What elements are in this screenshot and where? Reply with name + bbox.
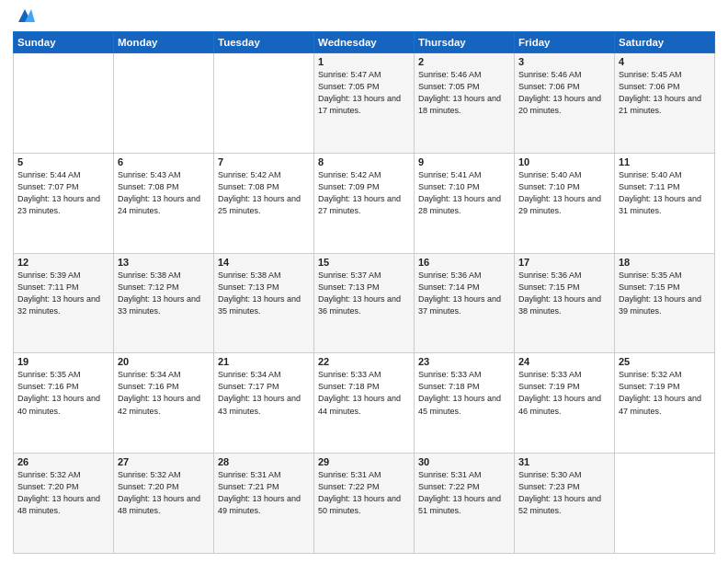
calendar-cell: 8Sunrise: 5:42 AMSunset: 7:09 PMDaylight… [314,153,415,253]
day-number: 14 [218,257,310,268]
day-info: Sunrise: 5:41 AMSunset: 7:10 PMDaylight:… [418,169,510,217]
day-number: 22 [318,356,410,367]
day-info: Sunrise: 5:31 AMSunset: 7:22 PMDaylight:… [318,469,410,517]
day-number: 4 [619,56,711,67]
calendar-cell: 15Sunrise: 5:37 AMSunset: 7:13 PMDayligh… [314,253,415,353]
calendar-cell: 9Sunrise: 5:41 AMSunset: 7:10 PMDaylight… [415,153,515,253]
day-info: Sunrise: 5:31 AMSunset: 7:21 PMDaylight:… [218,469,310,517]
day-number: 28 [218,456,310,467]
calendar-header-friday: Friday [515,32,615,53]
calendar-cell: 19Sunrise: 5:35 AMSunset: 7:16 PMDayligh… [14,353,114,454]
day-number: 13 [118,257,210,268]
calendar-header-sunday: Sunday [14,32,114,53]
day-number: 17 [518,257,610,268]
calendar-cell: 2Sunrise: 5:46 AMSunset: 7:05 PMDaylight… [415,53,515,154]
calendar-cell: 6Sunrise: 5:43 AMSunset: 7:08 PMDaylight… [114,153,214,253]
day-info: Sunrise: 5:38 AMSunset: 7:12 PMDaylight:… [118,270,210,317]
calendar-header-monday: Monday [114,32,214,53]
calendar-cell: 3Sunrise: 5:46 AMSunset: 7:06 PMDaylight… [515,53,615,154]
calendar-cell [214,53,314,154]
day-number: 12 [17,257,109,268]
day-info: Sunrise: 5:36 AMSunset: 7:14 PMDaylight:… [418,270,510,317]
calendar-cell: 27Sunrise: 5:32 AMSunset: 7:20 PMDayligh… [114,454,214,554]
day-number: 2 [418,56,510,67]
calendar-cell [14,53,114,154]
day-info: Sunrise: 5:33 AMSunset: 7:18 PMDaylight:… [318,369,410,417]
calendar-week-4: 26Sunrise: 5:32 AMSunset: 7:20 PMDayligh… [14,454,715,554]
day-info: Sunrise: 5:37 AMSunset: 7:13 PMDaylight:… [318,270,410,317]
calendar-cell: 12Sunrise: 5:39 AMSunset: 7:11 PMDayligh… [14,253,114,353]
day-number: 27 [118,456,210,467]
day-number: 18 [619,257,711,268]
calendar-cell: 31Sunrise: 5:30 AMSunset: 7:23 PMDayligh… [515,454,615,554]
day-info: Sunrise: 5:35 AMSunset: 7:16 PMDaylight:… [17,369,109,417]
calendar-cell: 29Sunrise: 5:31 AMSunset: 7:22 PMDayligh… [314,454,415,554]
day-number: 26 [17,456,109,467]
day-number: 25 [619,356,711,367]
day-number: 3 [518,56,610,67]
day-info: Sunrise: 5:42 AMSunset: 7:09 PMDaylight:… [318,169,410,217]
day-number: 30 [418,456,510,467]
calendar-cell: 17Sunrise: 5:36 AMSunset: 7:15 PMDayligh… [515,253,615,353]
day-number: 7 [218,156,310,167]
day-number: 24 [518,356,610,367]
day-number: 16 [418,257,510,268]
day-info: Sunrise: 5:42 AMSunset: 7:08 PMDaylight:… [218,169,310,217]
calendar-header-wednesday: Wednesday [314,32,415,53]
day-info: Sunrise: 5:31 AMSunset: 7:22 PMDaylight:… [418,469,510,517]
calendar-cell: 22Sunrise: 5:33 AMSunset: 7:18 PMDayligh… [314,353,415,454]
calendar-header-saturday: Saturday [615,32,715,53]
calendar-week-1: 5Sunrise: 5:44 AMSunset: 7:07 PMDaylight… [14,153,715,253]
calendar-cell: 10Sunrise: 5:40 AMSunset: 7:10 PMDayligh… [515,153,615,253]
calendar-cell: 11Sunrise: 5:40 AMSunset: 7:11 PMDayligh… [615,153,715,253]
day-info: Sunrise: 5:32 AMSunset: 7:20 PMDaylight:… [118,469,210,517]
day-number: 29 [318,456,410,467]
day-number: 8 [318,156,410,167]
day-info: Sunrise: 5:35 AMSunset: 7:15 PMDaylight:… [619,270,711,317]
header [13,9,715,26]
day-number: 20 [118,356,210,367]
calendar-cell: 14Sunrise: 5:38 AMSunset: 7:13 PMDayligh… [214,253,314,353]
day-info: Sunrise: 5:46 AMSunset: 7:06 PMDaylight:… [518,69,610,117]
day-number: 1 [318,56,410,67]
calendar-week-0: 1Sunrise: 5:47 AMSunset: 7:05 PMDaylight… [14,53,715,154]
day-info: Sunrise: 5:47 AMSunset: 7:05 PMDaylight:… [318,69,410,117]
day-info: Sunrise: 5:32 AMSunset: 7:20 PMDaylight:… [17,469,109,517]
calendar-cell [615,454,715,554]
day-info: Sunrise: 5:46 AMSunset: 7:05 PMDaylight:… [418,69,510,117]
calendar-cell: 30Sunrise: 5:31 AMSunset: 7:22 PMDayligh… [415,454,515,554]
day-number: 9 [418,156,510,167]
calendar-cell: 20Sunrise: 5:34 AMSunset: 7:16 PMDayligh… [114,353,214,454]
day-info: Sunrise: 5:33 AMSunset: 7:19 PMDaylight:… [518,369,610,417]
day-number: 19 [17,356,109,367]
day-info: Sunrise: 5:34 AMSunset: 7:16 PMDaylight:… [118,369,210,417]
calendar-cell [114,53,214,154]
day-info: Sunrise: 5:39 AMSunset: 7:11 PMDaylight:… [17,270,109,317]
day-info: Sunrise: 5:40 AMSunset: 7:10 PMDaylight:… [518,169,610,217]
calendar-cell: 5Sunrise: 5:44 AMSunset: 7:07 PMDaylight… [14,153,114,253]
calendar-cell: 23Sunrise: 5:33 AMSunset: 7:18 PMDayligh… [415,353,515,454]
calendar-header-tuesday: Tuesday [214,32,314,53]
day-info: Sunrise: 5:43 AMSunset: 7:08 PMDaylight:… [118,169,210,217]
day-info: Sunrise: 5:40 AMSunset: 7:11 PMDaylight:… [619,169,711,217]
logo [13,9,35,26]
calendar-week-2: 12Sunrise: 5:39 AMSunset: 7:11 PMDayligh… [14,253,715,353]
day-info: Sunrise: 5:44 AMSunset: 7:07 PMDaylight:… [17,169,109,217]
calendar-cell: 7Sunrise: 5:42 AMSunset: 7:08 PMDaylight… [214,153,314,253]
logo-icon [15,6,35,26]
calendar-cell: 4Sunrise: 5:45 AMSunset: 7:06 PMDaylight… [615,53,715,154]
day-info: Sunrise: 5:45 AMSunset: 7:06 PMDaylight:… [619,69,711,117]
day-info: Sunrise: 5:34 AMSunset: 7:17 PMDaylight:… [218,369,310,417]
day-number: 11 [619,156,711,167]
day-number: 5 [17,156,109,167]
day-info: Sunrise: 5:32 AMSunset: 7:19 PMDaylight:… [619,369,711,417]
day-number: 31 [518,456,610,467]
calendar-header-row: SundayMondayTuesdayWednesdayThursdayFrid… [14,32,715,53]
day-number: 21 [218,356,310,367]
calendar-cell: 13Sunrise: 5:38 AMSunset: 7:12 PMDayligh… [114,253,214,353]
calendar-cell: 16Sunrise: 5:36 AMSunset: 7:14 PMDayligh… [415,253,515,353]
calendar-cell: 21Sunrise: 5:34 AMSunset: 7:17 PMDayligh… [214,353,314,454]
calendar-cell: 1Sunrise: 5:47 AMSunset: 7:05 PMDaylight… [314,53,415,154]
day-number: 6 [118,156,210,167]
day-info: Sunrise: 5:33 AMSunset: 7:18 PMDaylight:… [418,369,510,417]
